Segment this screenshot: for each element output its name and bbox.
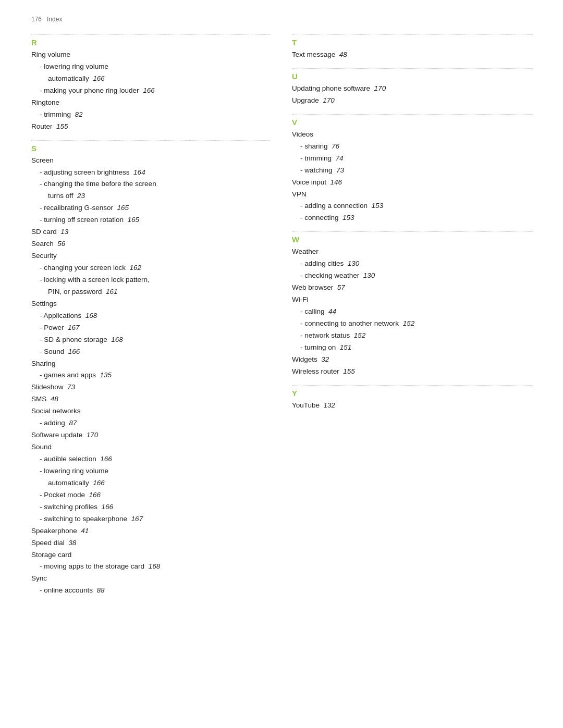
- entry-screen: Screen - adjusting screen brightness 164…: [31, 155, 271, 227]
- entry-software-update: Software update 170: [31, 429, 271, 441]
- entry-wireless-router: Wireless router 155: [292, 366, 532, 378]
- entry-text-message: Text message 48: [292, 49, 532, 61]
- entry-widgets: Widgets 32: [292, 354, 532, 366]
- section-letter-y: Y: [292, 385, 532, 398]
- entry-wifi: Wi-Fi - calling 44 - connecting to anoth…: [292, 294, 532, 354]
- entry-videos: Videos - sharing 76 - trimming 74 - watc…: [292, 129, 532, 177]
- entry-youtube: YouTube 132: [292, 400, 532, 412]
- entry-web-browser: Web browser 57: [292, 282, 532, 294]
- entry-voice-input: Voice input 146: [292, 177, 532, 189]
- entry-weather: Weather - adding cities 130 - checking w…: [292, 246, 532, 282]
- entry-router: Router 155: [31, 121, 271, 133]
- entry-storage-card: Storage card - moving apps to the storag…: [31, 549, 271, 573]
- entry-sd-card: SD card 13: [31, 226, 271, 238]
- entry-speakerphone: Speakerphone 41: [31, 525, 271, 537]
- right-column: T Text message 48 U Updating phone softw…: [287, 34, 532, 604]
- entry-vpn: VPN - adding a connection 153 - connecti…: [292, 189, 532, 225]
- entry-sharing: Sharing - games and apps 135: [31, 358, 271, 382]
- entry-ringtone: Ringtone - trimming 82: [31, 97, 271, 121]
- entry-sms: SMS 48: [31, 393, 271, 405]
- section-letter-t: T: [292, 34, 532, 47]
- entry-settings: Settings - Applications 168 - Power 167 …: [31, 298, 271, 358]
- entry-ring-volume: Ring volume - lowering ring volume autom…: [31, 49, 271, 97]
- entry-speed-dial: Speed dial 38: [31, 537, 271, 549]
- entry-updating-phone: Updating phone software 170: [292, 83, 532, 95]
- section-letter-v: V: [292, 114, 532, 127]
- entry-upgrade: Upgrade 170: [292, 95, 532, 107]
- entry-security: Security - changing your screen lock 162…: [31, 250, 271, 298]
- section-u: U Updating phone software 170 Upgrade 17…: [292, 68, 532, 107]
- page-header: 176 Index: [31, 16, 532, 25]
- section-y: Y YouTube 132: [292, 385, 532, 412]
- section-r: R Ring volume - lowering ring volume aut…: [31, 34, 271, 133]
- section-letter-r: R: [31, 34, 271, 47]
- section-w: W Weather - adding cities 130 - checking…: [292, 231, 532, 377]
- section-letter-s: S: [31, 140, 271, 153]
- section-v: V Videos - sharing 76 - trimming 74 - wa…: [292, 114, 532, 225]
- entry-sync: Sync - online accounts 88: [31, 573, 271, 597]
- entry-search: Search 56: [31, 238, 271, 250]
- section-s: S Screen - adjusting screen brightness 1…: [31, 140, 271, 597]
- section-letter-w: W: [292, 231, 532, 244]
- left-column: R Ring volume - lowering ring volume aut…: [31, 34, 287, 604]
- section-letter-u: U: [292, 68, 532, 81]
- section-t: T Text message 48: [292, 34, 532, 61]
- entry-social-networks: Social networks - adding 87: [31, 405, 271, 429]
- entry-sound: Sound - audible selection 166 - lowering…: [31, 441, 271, 525]
- entry-slideshow: Slideshow 73: [31, 381, 271, 393]
